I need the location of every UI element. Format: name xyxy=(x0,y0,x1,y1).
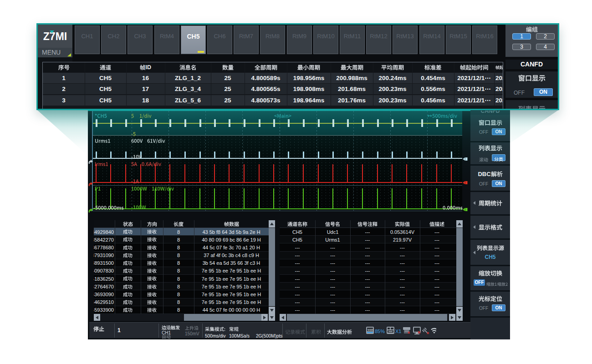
svg-text:X1: X1 xyxy=(395,329,401,334)
svg-text:85%: 85% xyxy=(375,329,385,334)
svg-text:SSD: SSD xyxy=(367,329,373,331)
